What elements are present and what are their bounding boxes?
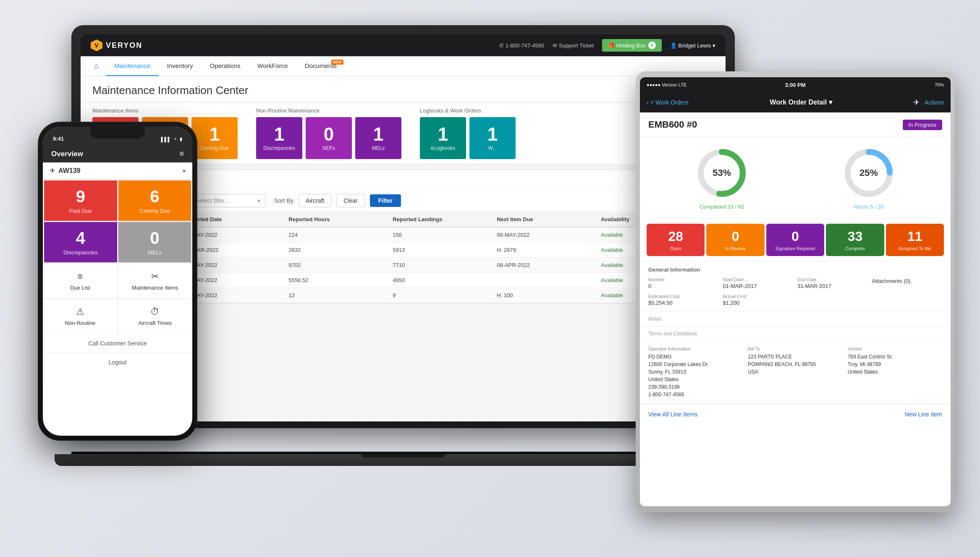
- user-menu-button[interactable]: 👤 Bridget Lewis ▾: [670, 42, 715, 49]
- wo-stat-open[interactable]: 28 Open: [647, 224, 705, 256]
- wo-stat-review-num: 0: [732, 229, 739, 244]
- aircraft-times-label: Aircraft Times: [139, 320, 172, 326]
- metric-tile-elogbooks[interactable]: 1 eLogbooks: [420, 117, 466, 159]
- wo-end-date-label: End Date: [797, 277, 868, 282]
- tile-elog-number: 1: [438, 125, 448, 144]
- wo-hours-chart: 25% Hours 5 / 20: [841, 146, 896, 210]
- tablet-nav-actions: ✈ Actions: [913, 98, 944, 107]
- wo-notes-section: Notes: [640, 312, 951, 327]
- wo-general-info-title: General Information: [648, 267, 942, 273]
- sort-by-label: Sort By: [274, 197, 293, 204]
- wo-notes-title: Notes: [648, 316, 942, 322]
- wo-stat-complete[interactable]: 33 Complete: [826, 224, 884, 256]
- clear-button[interactable]: Clear: [336, 194, 364, 207]
- tablet-plane-icon: ✈: [913, 98, 920, 107]
- cell-date-2: 02-MAY-2022: [184, 262, 288, 268]
- bill-to-label: Bill To: [748, 346, 842, 351]
- phone-signal-icon: ▌▌▌: [161, 137, 171, 142]
- phone-menu-aircraft-times[interactable]: ⏱ Aircraft Times: [118, 299, 193, 334]
- filter-select[interactable]: Select filter... ▾: [190, 194, 266, 207]
- phone-menu-non-routine[interactable]: ⚠ Non-Routine: [43, 299, 118, 334]
- holding-box-button[interactable]: 🎁 Holding Box 0: [602, 39, 662, 52]
- cell-landings-4: 9: [393, 292, 497, 298]
- wo-stat-review-label: In Review: [725, 246, 745, 251]
- metric-tile-discrepancies[interactable]: 1 Discrepancies: [256, 117, 302, 159]
- cell-nextdue-4: H: 100: [497, 292, 601, 298]
- metric-tile-mels[interactable]: 1 MELs: [355, 117, 401, 159]
- new-line-item-link[interactable]: New Line Item: [905, 411, 942, 418]
- phone-inner: 9:41 ▌▌▌ ⚬ ▮ Overview ≡ ✈ AW139 ▾: [43, 127, 192, 436]
- phone-outer: 9:41 ▌▌▌ ⚬ ▮ Overview ≡ ✈ AW139 ▾: [38, 122, 197, 441]
- metric-tile-nefs[interactable]: 0 NEFs: [306, 117, 352, 159]
- completion-label: Completed 33 / 62: [700, 204, 744, 210]
- metric-tile-coming-due[interactable]: 1 Coming Due: [191, 117, 238, 159]
- tablet-back-button[interactable]: ‹ < Work Orders: [647, 99, 689, 106]
- phone-footer: Call Customer Service Logout: [43, 334, 192, 371]
- nav-item-operations[interactable]: Operations: [201, 56, 249, 76]
- wo-actual-cost-label: Actual Cost: [723, 294, 794, 299]
- header-phone: ✆ 1-800-747-4560: [499, 42, 544, 49]
- cell-nextdue-0: 06-MAY-2022: [497, 232, 601, 238]
- wo-stat-assigned[interactable]: 11 Assigned To Me: [886, 224, 944, 256]
- tile-nef-label: NEFs: [322, 145, 335, 151]
- nav-item-documents[interactable]: Documents NEW: [296, 56, 345, 76]
- phone-tile-mels[interactable]: 0 MELs: [118, 222, 191, 262]
- tablet-status-left: ●●●●● Verizon LTE: [647, 82, 687, 87]
- nav-item-maintenance[interactable]: Maintenance: [106, 56, 159, 76]
- wo-stat-in-review[interactable]: 0 In Review: [706, 224, 764, 256]
- phone-time: 9:41: [53, 136, 64, 142]
- tile-cd-label: Coming Due: [201, 145, 229, 151]
- tablet: ●●●●● Verizon LTE 3:00 PM 70% ‹ < Work O…: [636, 71, 955, 512]
- phone-menu-maintenance[interactable]: ✂ Maintenance Items: [118, 264, 193, 298]
- phone-tile-label-0: Past Due: [69, 208, 92, 214]
- screen-nav: ⌂ Maintenance Inventory Operations WorkF…: [81, 56, 726, 76]
- wo-stat-assigned-label: Assigned To Me: [899, 246, 931, 251]
- wo-vendor: Vendor 789 East Control St. Troy, MI 487…: [848, 346, 942, 398]
- filter-button[interactable]: Filter: [370, 194, 401, 207]
- tile-elog-label: eLogbooks: [431, 145, 456, 151]
- cell-date-3: 02-MAY-2022: [184, 277, 288, 283]
- wo-stat-signature[interactable]: 0 Signature Required: [766, 224, 824, 256]
- phone-tile-num-2: 4: [76, 229, 85, 248]
- phone-tile-past-due[interactable]: 9 Past Due: [44, 180, 117, 221]
- tablet-actions-button[interactable]: Actions: [925, 99, 944, 106]
- phone-tile-discrepancies[interactable]: 4 Discrepancies: [44, 222, 117, 262]
- cell-date-4: 01-MAY-2022: [184, 292, 288, 298]
- wo-general-info-section: General Information Number 0 Start Date …: [640, 262, 951, 312]
- col-reported-landings: Reported Landings: [393, 216, 497, 222]
- phone-nav-bar: Overview ≡: [43, 145, 192, 162]
- sort-aircraft-select[interactable]: Aircraft: [299, 194, 331, 207]
- new-badge: NEW: [331, 60, 343, 65]
- wo-status-badge: In Progress: [903, 120, 942, 130]
- wo-stats-row: 28 Open 0 In Review 0 Signature Required…: [640, 219, 951, 262]
- phone-tile-num-3: 0: [150, 229, 159, 248]
- wo-title: EMB600 #0: [648, 119, 697, 130]
- phone-logout[interactable]: Logout: [43, 353, 192, 371]
- nav-home-button[interactable]: ⌂: [87, 56, 106, 76]
- cell-landings-1: 5913: [393, 247, 497, 253]
- cell-hours-2: 9702: [288, 262, 393, 268]
- phone-tile-coming-due[interactable]: 6 Coming Due: [118, 180, 191, 221]
- tablet-time: 3:00 PM: [785, 82, 805, 88]
- metric-tile-work-orders[interactable]: 1 W...: [469, 117, 516, 159]
- nav-item-inventory[interactable]: Inventory: [159, 56, 202, 76]
- page-title-bar: Maintenance Information Center: [81, 76, 726, 102]
- wo-est-cost-label: Estimated Cost: [648, 294, 719, 299]
- phone-menu-due-list[interactable]: ≡ Due List: [43, 264, 118, 298]
- nav-item-workforce[interactable]: WorkForce: [249, 56, 296, 76]
- wo-info-end-date: End Date 31-MAR-2017: [797, 277, 868, 290]
- phone-aircraft-selector[interactable]: ✈ AW139 ▾: [43, 162, 192, 179]
- tablet-nav-title[interactable]: Work Order Detail ▾: [689, 98, 913, 106]
- aircraft-label: AW139: [58, 167, 179, 175]
- holding-box-count: 0: [648, 42, 656, 49]
- veryon-logo-text: VERYON: [106, 41, 142, 50]
- wo-info-attachments[interactable]: Attachments (0): [872, 277, 943, 290]
- phone-customer-service[interactable]: Call Customer Service: [43, 334, 192, 353]
- tablet-status-bar: ●●●●● Verizon LTE 3:00 PM 70%: [640, 77, 951, 92]
- phone-menu-icon[interactable]: ≡: [179, 149, 184, 158]
- view-all-line-items-link[interactable]: View All Line Items: [648, 411, 697, 418]
- logbooks-group: Logbooks & Work Orders 1 eLogbooks 1 W..…: [420, 102, 517, 164]
- wo-attachments-link[interactable]: Attachments (0): [872, 278, 911, 284]
- phone-tile-num-0: 9: [76, 187, 85, 206]
- operator-info-label: Operator Information: [648, 346, 743, 351]
